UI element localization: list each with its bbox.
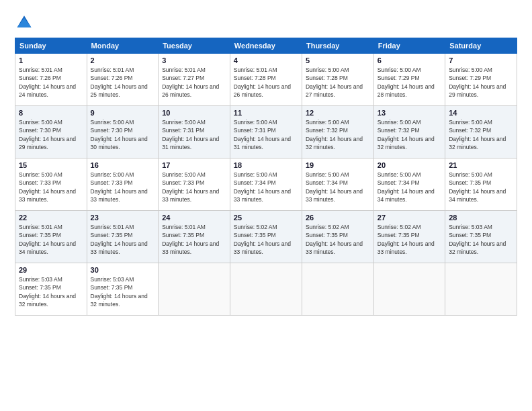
day-number: 9: [91, 109, 155, 117]
day-number: 16: [91, 161, 155, 169]
day-info: Sunrise: 5:01 AMSunset: 7:35 PMDaylight:…: [162, 223, 226, 256]
day-number: 18: [234, 161, 298, 169]
day-number: 5: [306, 56, 370, 64]
calendar-day-cell: 4Sunrise: 5:01 AMSunset: 7:28 PMDaylight…: [230, 54, 302, 106]
page: Sunday Monday Tuesday Wednesday Thursday…: [0, 0, 532, 411]
day-number: 14: [449, 109, 513, 117]
day-number: 24: [162, 214, 226, 222]
day-info: Sunrise: 5:00 AMSunset: 7:31 PMDaylight:…: [162, 118, 226, 151]
calendar-week-row: 1Sunrise: 5:01 AMSunset: 7:26 PMDaylight…: [15, 54, 517, 106]
day-number: 27: [378, 214, 441, 222]
day-info: Sunrise: 5:03 AMSunset: 7:35 PMDaylight:…: [19, 275, 83, 308]
day-info: Sunrise: 5:03 AMSunset: 7:35 PMDaylight:…: [449, 223, 513, 256]
day-info: Sunrise: 5:01 AMSunset: 7:35 PMDaylight:…: [19, 223, 83, 256]
calendar-day-cell: [373, 263, 445, 316]
calendar-day-cell: 15Sunrise: 5:00 AMSunset: 7:33 PMDayligh…: [15, 158, 87, 211]
day-info: Sunrise: 5:03 AMSunset: 7:35 PMDaylight:…: [91, 275, 155, 308]
day-number: 20: [378, 161, 441, 169]
calendar-week-row: 22Sunrise: 5:01 AMSunset: 7:35 PMDayligh…: [15, 211, 517, 263]
header: [15, 12, 517, 31]
calendar-day-cell: 23Sunrise: 5:01 AMSunset: 7:35 PMDayligh…: [87, 211, 159, 263]
calendar-day-cell: 6Sunrise: 5:00 AMSunset: 7:29 PMDaylight…: [373, 54, 445, 106]
calendar-day-cell: 30Sunrise: 5:03 AMSunset: 7:35 PMDayligh…: [87, 263, 159, 316]
day-number: 1: [19, 56, 83, 64]
day-number: 12: [306, 109, 370, 117]
day-number: 22: [19, 214, 83, 222]
col-tuesday: Tuesday: [159, 38, 230, 54]
calendar-day-cell: 29Sunrise: 5:03 AMSunset: 7:35 PMDayligh…: [15, 263, 87, 316]
col-saturday: Saturday: [445, 38, 517, 54]
day-info: Sunrise: 5:00 AMSunset: 7:34 PMDaylight:…: [306, 171, 370, 203]
day-number: 2: [91, 56, 155, 64]
day-number: 29: [19, 266, 83, 274]
calendar-day-cell: 17Sunrise: 5:00 AMSunset: 7:33 PMDayligh…: [159, 158, 230, 211]
day-number: 6: [378, 56, 441, 64]
calendar-day-cell: 18Sunrise: 5:00 AMSunset: 7:34 PMDayligh…: [230, 158, 302, 211]
calendar-week-row: 8Sunrise: 5:00 AMSunset: 7:30 PMDaylight…: [15, 106, 517, 158]
calendar-day-cell: 3Sunrise: 5:01 AMSunset: 7:27 PMDaylight…: [159, 54, 230, 106]
day-info: Sunrise: 5:00 AMSunset: 7:34 PMDaylight:…: [378, 171, 441, 203]
day-info: Sunrise: 5:01 AMSunset: 7:28 PMDaylight:…: [234, 66, 298, 99]
day-number: 21: [449, 161, 513, 169]
day-number: 8: [19, 109, 83, 117]
col-sunday: Sunday: [15, 38, 87, 54]
day-number: 7: [449, 56, 513, 64]
day-info: Sunrise: 5:00 AMSunset: 7:34 PMDaylight:…: [234, 171, 298, 203]
day-number: 25: [234, 214, 298, 222]
calendar-day-cell: 1Sunrise: 5:01 AMSunset: 7:26 PMDaylight…: [15, 54, 87, 106]
calendar-day-cell: [445, 263, 517, 316]
logo: [15, 12, 36, 31]
svg-marker-1: [17, 18, 32, 28]
day-info: Sunrise: 5:02 AMSunset: 7:35 PMDaylight:…: [306, 223, 370, 256]
calendar-day-cell: 7Sunrise: 5:00 AMSunset: 7:29 PMDaylight…: [445, 54, 517, 106]
day-info: Sunrise: 5:00 AMSunset: 7:32 PMDaylight:…: [449, 118, 513, 151]
calendar-day-cell: 16Sunrise: 5:00 AMSunset: 7:33 PMDayligh…: [87, 158, 159, 211]
col-friday: Friday: [373, 38, 445, 54]
calendar-week-row: 29Sunrise: 5:03 AMSunset: 7:35 PMDayligh…: [15, 263, 517, 316]
day-number: 17: [162, 161, 226, 169]
day-info: Sunrise: 5:00 AMSunset: 7:33 PMDaylight:…: [19, 171, 83, 203]
day-number: 3: [162, 56, 226, 64]
day-number: 30: [91, 266, 155, 274]
calendar-day-cell: [302, 263, 373, 316]
day-number: 19: [306, 161, 370, 169]
calendar-day-cell: 24Sunrise: 5:01 AMSunset: 7:35 PMDayligh…: [159, 211, 230, 263]
col-wednesday: Wednesday: [230, 38, 302, 54]
day-info: Sunrise: 5:00 AMSunset: 7:33 PMDaylight:…: [91, 171, 155, 203]
day-info: Sunrise: 5:00 AMSunset: 7:30 PMDaylight:…: [19, 118, 83, 151]
calendar-day-cell: 25Sunrise: 5:02 AMSunset: 7:35 PMDayligh…: [230, 211, 302, 263]
day-info: Sunrise: 5:01 AMSunset: 7:35 PMDaylight:…: [91, 223, 155, 256]
day-info: Sunrise: 5:00 AMSunset: 7:30 PMDaylight:…: [91, 118, 155, 151]
calendar: Sunday Monday Tuesday Wednesday Thursday…: [15, 38, 517, 316]
calendar-day-cell: 28Sunrise: 5:03 AMSunset: 7:35 PMDayligh…: [445, 211, 517, 263]
calendar-day-cell: 5Sunrise: 5:00 AMSunset: 7:28 PMDaylight…: [302, 54, 373, 106]
calendar-day-cell: 9Sunrise: 5:00 AMSunset: 7:30 PMDaylight…: [87, 106, 159, 158]
day-info: Sunrise: 5:00 AMSunset: 7:35 PMDaylight:…: [449, 171, 513, 203]
day-info: Sunrise: 5:00 AMSunset: 7:32 PMDaylight:…: [378, 118, 441, 151]
day-info: Sunrise: 5:00 AMSunset: 7:32 PMDaylight:…: [306, 118, 370, 151]
day-number: 10: [162, 109, 226, 117]
day-number: 23: [91, 214, 155, 222]
day-number: 4: [234, 56, 298, 64]
day-info: Sunrise: 5:00 AMSunset: 7:31 PMDaylight:…: [234, 118, 298, 151]
day-number: 26: [306, 214, 370, 222]
logo-icon: [15, 12, 34, 31]
calendar-day-cell: 2Sunrise: 5:01 AMSunset: 7:26 PMDaylight…: [87, 54, 159, 106]
day-info: Sunrise: 5:00 AMSunset: 7:28 PMDaylight:…: [306, 66, 370, 99]
calendar-day-cell: 21Sunrise: 5:00 AMSunset: 7:35 PMDayligh…: [445, 158, 517, 211]
calendar-day-cell: 8Sunrise: 5:00 AMSunset: 7:30 PMDaylight…: [15, 106, 87, 158]
calendar-day-cell: 10Sunrise: 5:00 AMSunset: 7:31 PMDayligh…: [159, 106, 230, 158]
day-info: Sunrise: 5:00 AMSunset: 7:33 PMDaylight:…: [162, 171, 226, 203]
calendar-header-row: Sunday Monday Tuesday Wednesday Thursday…: [15, 38, 517, 54]
day-number: 28: [449, 214, 513, 222]
calendar-week-row: 15Sunrise: 5:00 AMSunset: 7:33 PMDayligh…: [15, 158, 517, 211]
calendar-day-cell: 27Sunrise: 5:02 AMSunset: 7:35 PMDayligh…: [373, 211, 445, 263]
calendar-day-cell: 26Sunrise: 5:02 AMSunset: 7:35 PMDayligh…: [302, 211, 373, 263]
calendar-day-cell: 14Sunrise: 5:00 AMSunset: 7:32 PMDayligh…: [445, 106, 517, 158]
col-monday: Monday: [87, 38, 159, 54]
day-info: Sunrise: 5:01 AMSunset: 7:26 PMDaylight:…: [91, 66, 155, 99]
calendar-day-cell: 12Sunrise: 5:00 AMSunset: 7:32 PMDayligh…: [302, 106, 373, 158]
calendar-day-cell: 13Sunrise: 5:00 AMSunset: 7:32 PMDayligh…: [373, 106, 445, 158]
day-info: Sunrise: 5:00 AMSunset: 7:29 PMDaylight:…: [449, 66, 513, 99]
day-info: Sunrise: 5:01 AMSunset: 7:27 PMDaylight:…: [162, 66, 226, 99]
